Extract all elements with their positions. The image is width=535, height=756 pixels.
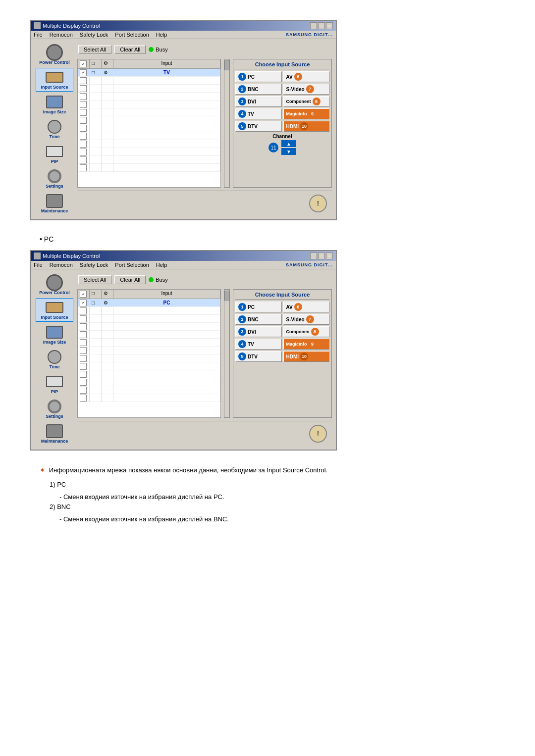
table-row2-1[interactable]: ✓ □ ⚙ PC xyxy=(78,299,220,307)
menu2-portselection[interactable]: Port Selection xyxy=(115,262,149,268)
minimize-button2[interactable]: _ xyxy=(310,252,317,259)
sidebar2-item-maintenance[interactable]: Maintenance xyxy=(36,422,73,446)
sidebar-item-image-size[interactable]: Image Size xyxy=(36,93,73,116)
input-btn-component[interactable]: Component 8 xyxy=(283,96,330,107)
table-row-8[interactable] xyxy=(78,124,220,132)
sidebar2-item-settings[interactable]: Settings xyxy=(36,397,73,421)
header-checkbox2[interactable]: ✓ xyxy=(80,291,87,298)
table-row2-8[interactable] xyxy=(78,354,220,362)
scroll-thumb1[interactable] xyxy=(224,60,229,70)
input-label2-hdmi: HDMI xyxy=(286,354,299,359)
channel-up-button[interactable]: ▲ xyxy=(281,140,296,147)
input-num-magicinfo: 9 xyxy=(309,110,317,118)
sidebar2-item-input-source[interactable]: Input Source xyxy=(36,298,73,322)
input-btn2-dtv[interactable]: 5 DTV xyxy=(235,351,282,362)
input-btn2-dvi[interactable]: 3 DVI xyxy=(235,326,282,337)
apply-button1[interactable]: ! xyxy=(309,195,327,212)
close-button[interactable]: × xyxy=(326,22,333,29)
input-btn2-magicinfo[interactable]: MagicInfo 9 xyxy=(283,339,330,350)
table-row-6[interactable] xyxy=(78,108,220,116)
channel-down-button[interactable]: ▼ xyxy=(281,148,296,155)
scroll-thumb2[interactable] xyxy=(224,291,229,301)
table-row-12[interactable] xyxy=(78,156,220,164)
input-btn2-component[interactable]: Componen 8 xyxy=(283,326,330,337)
table-row-13[interactable] xyxy=(78,164,220,172)
sidebar2-item-pip[interactable]: PIP xyxy=(36,372,73,396)
table-row-4[interactable] xyxy=(78,93,220,101)
table-row2-7[interactable] xyxy=(78,347,220,354)
row1-checkbox[interactable]: ✓ xyxy=(80,69,87,76)
table-row2-4[interactable] xyxy=(78,323,220,331)
table-row-10[interactable] xyxy=(78,140,220,148)
table-row2-13[interactable] xyxy=(78,394,220,402)
menu-file[interactable]: File xyxy=(34,32,43,38)
table-row2-5[interactable] xyxy=(78,331,220,339)
table-row-11[interactable] xyxy=(78,148,220,156)
clear-all-button[interactable]: Clear All xyxy=(114,45,146,54)
sidebar-item-power-control[interactable]: Power Control xyxy=(36,43,73,67)
sidebar2-item-image-size[interactable]: Image Size xyxy=(36,323,73,347)
table-row2-3[interactable] xyxy=(78,315,220,323)
scrollbar1[interactable] xyxy=(224,59,230,188)
table-row-9[interactable] xyxy=(78,132,220,140)
input-btn-av[interactable]: AV 6 xyxy=(283,71,330,82)
table-row2-10[interactable] xyxy=(78,370,220,378)
apply-button2[interactable]: ! xyxy=(309,425,327,443)
table-row2-12[interactable] xyxy=(78,386,220,394)
menu-safetylock[interactable]: Safety Lock xyxy=(80,32,108,38)
menu-portselection[interactable]: Port Selection xyxy=(115,32,149,38)
sidebar-item-maintenance[interactable]: Maintenance xyxy=(36,192,73,215)
sidebar-item-settings[interactable]: Settings xyxy=(36,167,73,191)
sidebar2-item-time[interactable]: Time xyxy=(36,348,73,371)
input-btn2-svideo[interactable]: S-Video 7 xyxy=(283,314,330,325)
clear-all-button2[interactable]: Clear All xyxy=(114,275,146,284)
input-btn-magicinfo[interactable]: MagicInfo 9 xyxy=(283,108,330,119)
input-btn-dtv[interactable]: 5 DTV xyxy=(235,121,282,132)
table-row2-9[interactable] xyxy=(78,362,220,370)
menu-help[interactable]: Help xyxy=(156,32,167,38)
table-row2-2[interactable] xyxy=(78,307,220,315)
input-btn-tv[interactable]: 4 TV xyxy=(235,108,282,119)
input-btn2-bnc[interactable]: 2 BNC xyxy=(235,314,282,325)
table-row-1[interactable]: ✓ □ ⚙ TV xyxy=(78,69,220,77)
input-btn2-pc[interactable]: 1 PC xyxy=(235,302,282,312)
panel-title2: Choose Input Source xyxy=(235,292,329,300)
input-btn-bnc[interactable]: 2 BNC xyxy=(235,84,282,95)
main-content1: Select All Clear All Busy ✓ □ xyxy=(77,43,332,215)
sidebar-item-input-source[interactable]: Input Source xyxy=(36,68,73,92)
maximize-button2[interactable]: □ xyxy=(318,252,325,259)
sidebar2-item-power-control[interactable]: Power Control xyxy=(36,273,73,297)
sidebar-item-pip[interactable]: PIP xyxy=(36,142,73,166)
input-btn-dvi[interactable]: 3 DVI xyxy=(235,96,282,107)
input-btn-svideo[interactable]: S-Video 7 xyxy=(283,84,330,95)
bullet-section1: • PC xyxy=(40,235,505,243)
menu2-help[interactable]: Help xyxy=(156,262,167,268)
row2-1-input: PC xyxy=(113,299,220,306)
table-row2-6[interactable] xyxy=(78,339,220,347)
input-btn2-hdmi[interactable]: HDMI 10 xyxy=(283,351,330,362)
table-row-2[interactable] xyxy=(78,77,220,85)
table-row-3[interactable] xyxy=(78,85,220,93)
menu2-remocon[interactable]: Remocon xyxy=(50,262,73,268)
menu2-safetylock[interactable]: Safety Lock xyxy=(80,262,108,268)
header-checkbox[interactable]: ✓ xyxy=(80,60,87,67)
menu2-file[interactable]: File xyxy=(34,262,43,268)
close-button2[interactable]: × xyxy=(326,252,333,259)
input-btn-pc[interactable]: 1 PC xyxy=(235,71,282,82)
maximize-button[interactable]: □ xyxy=(318,22,325,29)
minimize-button[interactable]: _ xyxy=(310,22,317,29)
select-all-button[interactable]: Select All xyxy=(78,45,111,54)
sidebar-item-time[interactable]: Time xyxy=(36,117,73,141)
input-label-dvi: DVI xyxy=(248,99,256,104)
row2-1-checkbox[interactable]: ✓ xyxy=(80,300,87,306)
select-all-button2[interactable]: Select All xyxy=(78,275,111,284)
table-row2-11[interactable] xyxy=(78,378,220,386)
input-btn2-tv[interactable]: 4 TV xyxy=(235,339,282,350)
pip-icon xyxy=(45,144,64,159)
menu-remocon[interactable]: Remocon xyxy=(50,32,73,38)
table-row-7[interactable] xyxy=(78,116,220,124)
scrollbar2[interactable] xyxy=(224,289,230,418)
table-row-5[interactable] xyxy=(78,101,220,108)
input-btn-hdmi[interactable]: HDMI 10 xyxy=(283,121,330,132)
input-btn2-av[interactable]: AV 6 xyxy=(283,302,330,312)
